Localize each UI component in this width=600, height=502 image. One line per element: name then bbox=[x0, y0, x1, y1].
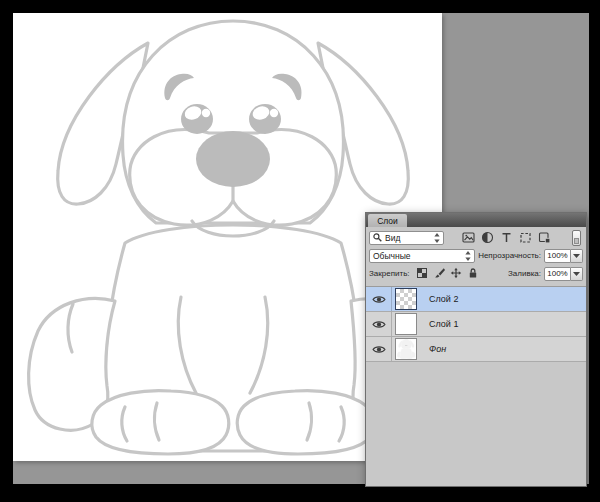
puppy-thumbnail-art bbox=[396, 339, 416, 359]
panel-tab-bar: Слои bbox=[366, 213, 586, 227]
layer-list: Слой 2 Слой 1 bbox=[366, 286, 586, 362]
opacity-label: Непрозрачность: bbox=[478, 251, 541, 260]
lock-row: Закрепить: Заливка: 100% bbox=[369, 266, 583, 281]
fill-dropdown-button[interactable] bbox=[571, 267, 583, 281]
adjustment-layers-filter-icon[interactable] bbox=[480, 230, 495, 245]
layer-filter-kind-select[interactable]: Вид bbox=[369, 231, 444, 245]
filter-row: Вид bbox=[369, 230, 583, 245]
eye-icon bbox=[372, 345, 386, 354]
layer-row[interactable]: Фон bbox=[366, 337, 586, 362]
lock-position-icon[interactable] bbox=[450, 265, 462, 283]
eye-icon bbox=[372, 295, 386, 304]
smart-objects-filter-icon[interactable] bbox=[537, 230, 552, 245]
opacity-value: 100% bbox=[547, 251, 567, 260]
visibility-toggle[interactable] bbox=[366, 312, 392, 336]
layer-row[interactable]: Слой 1 bbox=[366, 312, 586, 337]
search-icon bbox=[373, 233, 382, 242]
blend-mode-value: Обычные bbox=[373, 251, 411, 261]
filter-type-buttons bbox=[461, 230, 552, 245]
opacity-input[interactable]: 100% bbox=[544, 249, 571, 263]
lock-all-icon[interactable] bbox=[467, 265, 479, 283]
lock-buttons bbox=[416, 265, 479, 283]
layers-panel: Слои Вид bbox=[365, 212, 587, 487]
layer-thumbnail[interactable] bbox=[395, 288, 417, 310]
lock-transparency-icon[interactable] bbox=[416, 265, 428, 283]
blend-row: Обычные Непрозрачность: 100% bbox=[369, 248, 583, 263]
tab-layers-label: Слои bbox=[377, 216, 398, 226]
chevron-down-icon bbox=[573, 272, 580, 276]
lock-label: Закрепить: bbox=[369, 269, 410, 278]
tab-layers[interactable]: Слои bbox=[368, 214, 407, 227]
panel-controls: Вид bbox=[366, 227, 586, 286]
layer-name[interactable]: Слой 2 bbox=[429, 294, 458, 304]
layer-name[interactable]: Фон bbox=[429, 344, 446, 354]
fill-label: Заливка: bbox=[508, 269, 541, 278]
chevron-down-icon bbox=[573, 254, 580, 258]
updown-arrows-icon bbox=[465, 251, 471, 261]
type-layers-filter-icon[interactable] bbox=[499, 230, 514, 245]
layer-list-empty-area bbox=[366, 362, 586, 486]
layer-filtering-toggle[interactable] bbox=[572, 230, 581, 246]
fill-input[interactable]: 100% bbox=[544, 267, 571, 281]
visibility-toggle[interactable] bbox=[366, 337, 392, 361]
pixel-layers-filter-icon[interactable] bbox=[461, 230, 476, 245]
layer-thumbnail[interactable] bbox=[395, 338, 417, 360]
updown-arrows-icon bbox=[434, 233, 440, 243]
fill-value: 100% bbox=[547, 269, 567, 278]
layer-name[interactable]: Слой 1 bbox=[429, 319, 458, 329]
layer-thumbnail[interactable] bbox=[395, 313, 417, 335]
shape-layers-filter-icon[interactable] bbox=[518, 230, 533, 245]
visibility-toggle[interactable] bbox=[366, 287, 392, 311]
filter-kind-value: Вид bbox=[385, 233, 400, 243]
eye-icon bbox=[372, 320, 386, 329]
layer-row[interactable]: Слой 2 bbox=[366, 287, 586, 312]
opacity-dropdown-button[interactable] bbox=[571, 249, 583, 263]
blend-mode-select[interactable]: Обычные bbox=[369, 249, 475, 263]
lock-pixels-icon[interactable] bbox=[433, 265, 445, 283]
